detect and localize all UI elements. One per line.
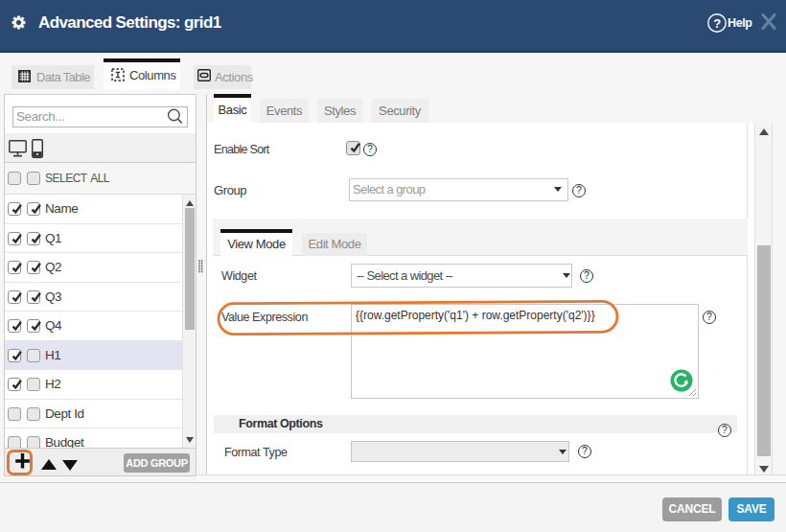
svg-text:?: ? <box>713 16 721 31</box>
